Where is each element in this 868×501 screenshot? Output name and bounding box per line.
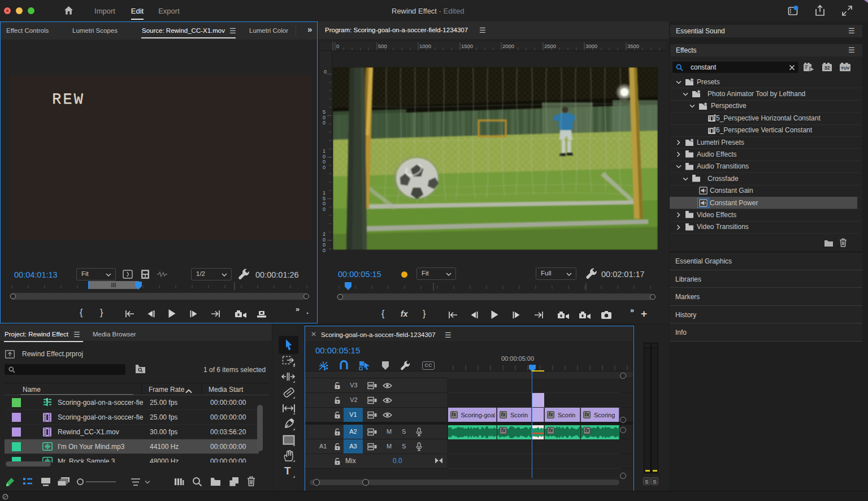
svg-text:32: 32: [824, 65, 830, 71]
svg-text:YUV: YUV: [841, 66, 849, 71]
